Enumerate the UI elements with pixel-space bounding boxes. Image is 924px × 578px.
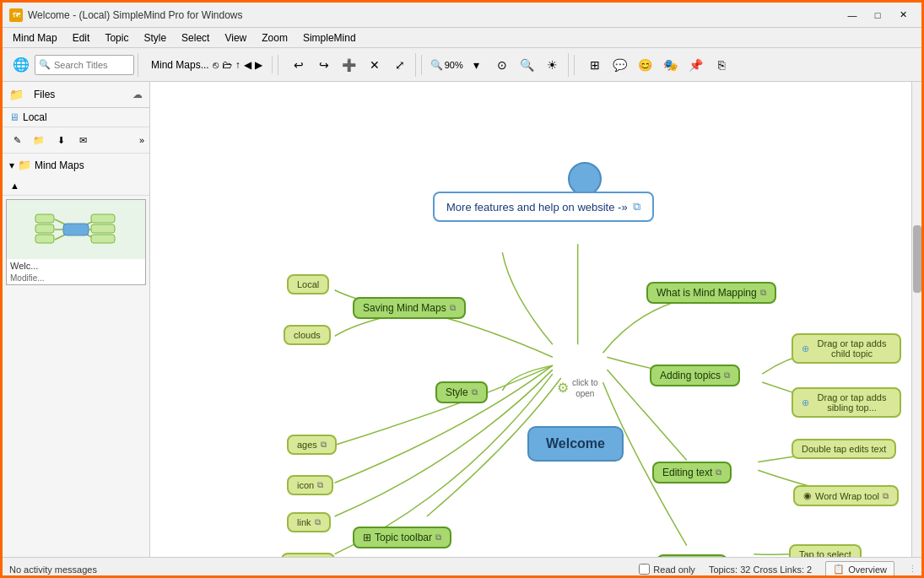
sidebar-more-btn[interactable]: »: [139, 135, 144, 145]
folder-icon: 📁: [9, 88, 24, 101]
brightness-button[interactable]: ☀: [541, 53, 565, 77]
forward-icon[interactable]: ▶: [255, 59, 262, 71]
mindmaps-button[interactable]: Mind Maps... ⎋ 🗁 ↑ ◀ ▶: [145, 57, 268, 73]
toolbar: 🌐 🔍 Mind Maps... ⎋ 🗁 ↑ ◀ ▶ ↩ ↪ ➕ ✕ ⤢ 🔍 9…: [3, 48, 921, 82]
sidebar-tools: ✎ 📁 ⬇ ✉ »: [3, 127, 149, 154]
word-wrap-ext-icon: ⧉: [883, 491, 889, 501]
menu-zoom[interactable]: Zoom: [255, 30, 294, 46]
resize-handle[interactable]: ⋮: [908, 564, 915, 575]
node-what-mindmapping[interactable]: What is Mind Mapping ⧉: [646, 282, 776, 304]
node-icon[interactable]: icon ⧉: [287, 475, 333, 495]
node-editing-text[interactable]: Editing text ⧉: [652, 462, 732, 483]
node-style[interactable]: Style ⧉: [435, 381, 488, 403]
node-drag-child[interactable]: ⊕ Drag or tap adds child topic: [792, 333, 901, 364]
mind-maps-tree: ▾ 📁 Mind Maps: [3, 154, 149, 176]
canvas[interactable]: More features and help on website -» ⧉ W…: [150, 82, 921, 557]
sidebar-download-btn[interactable]: ⬇: [51, 131, 70, 149]
word-wrap-label: Word Wrap tool: [815, 491, 879, 501]
style-ext-icon: ⧉: [472, 387, 478, 397]
menu-view[interactable]: View: [218, 30, 253, 46]
node-adding-topics[interactable]: Adding topics ⧉: [650, 365, 740, 386]
delete-button[interactable]: ✕: [363, 53, 386, 77]
sticker-button[interactable]: 🎭: [659, 53, 683, 77]
node-center-welcome[interactable]: Welcome: [527, 426, 624, 462]
drag-child-label: Drag or tap adds child topic: [813, 338, 891, 359]
zoom-dropdown[interactable]: ▾: [465, 53, 489, 77]
node-topic-toolbar[interactable]: ⊞ Topic toolbar ⧉: [353, 527, 451, 548]
emoji-button[interactable]: 😊: [634, 53, 657, 77]
arrange-button[interactable]: ⊞: [583, 53, 607, 77]
menu-mindmap[interactable]: Mind Map: [6, 30, 64, 46]
open-icon: 🗁: [222, 59, 232, 71]
thumbnail-image: [7, 200, 145, 259]
node-feature-banner[interactable]: More features and help on website -» ⧉: [433, 192, 654, 222]
right-tools: ⊞ 💬 😊 🎭 📌 ⎘: [580, 53, 737, 77]
node-top[interactable]: [568, 162, 602, 196]
export-button[interactable]: ⎘: [710, 53, 733, 77]
thumbnail-card[interactable]: Welc... Modifie...: [6, 199, 146, 285]
read-only-checkbox[interactable]: Read only: [639, 564, 695, 575]
style-label: Style: [446, 386, 468, 398]
add-button[interactable]: ➕: [338, 53, 361, 77]
icon-ext-icon: ⧉: [317, 480, 323, 490]
svg-rect-6: [63, 224, 89, 235]
menu-topic[interactable]: Topic: [98, 30, 135, 46]
sidebar-folder-btn[interactable]: 📁: [30, 131, 48, 149]
node-layout[interactable]: layout ⧉: [281, 553, 335, 557]
menu-select[interactable]: Select: [175, 30, 216, 46]
focus-button[interactable]: ⊙: [490, 53, 514, 77]
editing-ext-icon: ⧉: [716, 467, 721, 478]
scrollbar-thumb[interactable]: [913, 225, 921, 293]
back-icon[interactable]: ◀: [244, 59, 251, 71]
node-tap-select[interactable]: Tap to select: [789, 544, 862, 557]
drag-sibling-plus: ⊕: [802, 397, 809, 408]
node-word-wrap[interactable]: ◉ Word Wrap tool ⧉: [793, 485, 899, 506]
canvas-scrollbar[interactable]: [911, 82, 921, 557]
svg-rect-10: [35, 214, 54, 223]
node-local[interactable]: Local: [287, 274, 329, 294]
comment-button[interactable]: 💬: [608, 53, 632, 77]
read-only-check[interactable]: [639, 564, 650, 575]
sidebar-local[interactable]: 🖥 Local: [3, 108, 149, 127]
node-drag-sibling[interactable]: ⊕ Drag or tap adds sibling top...: [792, 387, 901, 418]
node-double-tap[interactable]: Double tap edits text: [792, 439, 896, 459]
close-button[interactable]: ✕: [891, 7, 915, 24]
node-ages[interactable]: ages ⧉: [287, 435, 337, 455]
svg-rect-8: [91, 224, 115, 233]
minimize-button[interactable]: —: [840, 7, 864, 24]
search-box: 🔍: [35, 55, 134, 75]
main-area: 📁 Files ☁ 🖥 Local ✎ 📁 ⬇ ✉ » ▾ 📁 Mind Map…: [3, 82, 921, 557]
redo-button[interactable]: ↪: [312, 53, 336, 77]
files-label[interactable]: Files: [29, 87, 60, 102]
node-saving-mindmaps[interactable]: Saving Mind Maps ⧉: [353, 297, 466, 319]
menu-simplemind[interactable]: SimpleMind: [296, 30, 363, 46]
svg-rect-7: [91, 214, 115, 223]
link-ext-icon: ⧉: [315, 517, 321, 527]
overview-button[interactable]: 📋 Overview: [825, 561, 894, 577]
undo-button[interactable]: ↩: [287, 53, 311, 77]
status-bar: No activity messages Read only Topics: 3…: [3, 557, 921, 578]
svg-rect-11: [35, 224, 54, 233]
sidebar-up-btn[interactable]: ▲: [6, 179, 24, 192]
activity-messages: No activity messages: [9, 564, 625, 575]
sidebar-new-btn[interactable]: ✎: [8, 131, 26, 149]
sidebar-share-btn[interactable]: ✉: [73, 131, 92, 149]
svg-rect-9: [91, 235, 115, 243]
connect-button[interactable]: ⤢: [388, 53, 412, 77]
maximize-button[interactable]: □: [866, 7, 889, 24]
node-selecting[interactable]: Selecting ⧉: [657, 554, 727, 557]
menu-bar: Mind Map Edit Topic Style Select View Zo…: [3, 28, 921, 48]
tree-mind-maps[interactable]: ▾ 📁 Mind Maps: [9, 157, 143, 173]
menu-style[interactable]: Style: [137, 30, 173, 46]
search-input[interactable]: [54, 60, 130, 70]
sidebar-thumbnails: Welc... Modifie...: [3, 196, 149, 557]
node-clouds[interactable]: clouds: [284, 325, 331, 345]
pin-button[interactable]: 📌: [684, 53, 708, 77]
node-link[interactable]: link ⧉: [287, 512, 331, 532]
click-to-open: ⚙ click toopen: [557, 377, 598, 399]
overview-label: Overview: [848, 564, 887, 575]
search-button2[interactable]: 🔍: [516, 53, 539, 77]
home-icon[interactable]: 🌐: [9, 53, 33, 77]
menu-edit[interactable]: Edit: [66, 30, 97, 46]
zoom-group: 🔍 90% ▾ ⊙ 🔍 ☀: [427, 53, 569, 77]
